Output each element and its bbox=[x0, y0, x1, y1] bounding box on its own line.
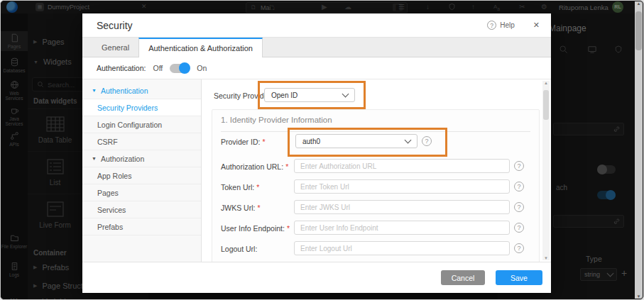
nav-item-login-configuration[interactable]: Login Configuration bbox=[82, 116, 201, 133]
help-button[interactable]: ? Help bbox=[487, 21, 515, 30]
provider-form: Security Provider: Open ID 1. Identity P… bbox=[202, 79, 551, 262]
tab-authentication-authorization[interactable]: Authentication & Authorization bbox=[138, 38, 263, 57]
authorization-url-label: Authorization URL:* bbox=[221, 162, 288, 171]
required-asterisk: * bbox=[257, 204, 260, 212]
logout-url-input[interactable] bbox=[294, 241, 510, 255]
authorization-url-help-icon[interactable]: ? bbox=[514, 161, 524, 171]
token-url-help-icon[interactable]: ? bbox=[514, 182, 524, 191]
help-label: Help bbox=[500, 21, 515, 29]
scroll-up-icon[interactable]: ▲ bbox=[637, 1, 641, 6]
user-info-endpoint-label: User Info Endpoint:* bbox=[221, 224, 290, 233]
required-asterisk: * bbox=[287, 224, 290, 233]
nav-group-authentication[interactable]: ▼ Authentication bbox=[82, 82, 201, 99]
jwks-url-input[interactable] bbox=[294, 200, 510, 214]
nav-group-authorization[interactable]: ▼ Authorization bbox=[82, 150, 201, 167]
security-nav: ▼ Authentication Security Providers Logi… bbox=[82, 79, 202, 262]
caret-down-icon: ▼ bbox=[92, 156, 97, 161]
dialog-title: Security bbox=[97, 20, 133, 31]
dialog-tabs: General Authentication & Authorization bbox=[82, 38, 551, 57]
page-scrollbar[interactable]: ▲ ▼ bbox=[635, 1, 643, 299]
authorization-url-input[interactable] bbox=[294, 159, 510, 173]
nav-label: Authentication bbox=[101, 87, 148, 95]
jwks-url-label: JWKS Url:* bbox=[221, 204, 261, 212]
scrollbar-thumb[interactable] bbox=[543, 90, 549, 120]
nav-item-app-roles[interactable]: App Roles bbox=[82, 167, 201, 184]
save-button[interactable]: Save bbox=[496, 270, 542, 285]
tab-general[interactable]: General bbox=[92, 38, 138, 57]
nav-item-security-providers[interactable]: Security Providers bbox=[82, 99, 201, 116]
required-asterisk: * bbox=[256, 183, 259, 191]
provider-id-label: Provider ID:* bbox=[221, 138, 266, 146]
cancel-button[interactable]: Cancel bbox=[441, 270, 485, 285]
dialog-header: Security ? Help ✕ bbox=[82, 13, 551, 38]
required-asterisk: * bbox=[285, 162, 288, 171]
form-scrollbar[interactable]: ▲ ▼ bbox=[542, 81, 550, 260]
nav-item-csrf[interactable]: CSRF bbox=[82, 133, 201, 150]
logout-url-help-icon[interactable]: ? bbox=[514, 243, 524, 253]
section-title: 1. Identity Provider Information bbox=[221, 116, 332, 124]
close-icon[interactable]: ✕ bbox=[533, 21, 540, 30]
scroll-down-icon[interactable]: ▼ bbox=[544, 256, 548, 260]
nav-label: Authorization bbox=[101, 155, 144, 163]
token-url-input[interactable] bbox=[294, 179, 510, 194]
app-screen: ▦ DummyProject ✕ 🗋 Main ▐▌ ▶ ▶ ☁ ☰ ↓ ↑ A… bbox=[0, 0, 644, 300]
caret-down-icon: ▼ bbox=[92, 88, 97, 93]
toggle-on-label: On bbox=[197, 64, 207, 72]
token-url-label: Token Url:* bbox=[221, 183, 259, 191]
annotation-security-provider bbox=[258, 81, 366, 109]
help-circle-icon: ? bbox=[487, 21, 496, 30]
annotation-provider-id bbox=[288, 128, 447, 157]
jwks-url-help-icon[interactable]: ? bbox=[514, 202, 524, 212]
dialog-footer: Cancel Save bbox=[82, 262, 551, 293]
scrollbar-thumb[interactable] bbox=[635, 11, 642, 50]
authentication-label: Authentication: bbox=[97, 64, 146, 72]
scroll-up-icon[interactable]: ▲ bbox=[544, 81, 548, 85]
user-info-endpoint-input[interactable] bbox=[294, 221, 510, 235]
nav-item-prefabs[interactable]: Prefabs bbox=[82, 218, 201, 235]
user-info-endpoint-help-icon[interactable]: ? bbox=[514, 223, 524, 233]
authentication-toggle-row: Authentication: Off On bbox=[82, 57, 551, 79]
nav-item-pages[interactable]: Pages bbox=[82, 184, 201, 201]
required-asterisk: * bbox=[262, 138, 265, 146]
logout-url-label: Logout Url: bbox=[221, 245, 259, 253]
toggle-off-label: Off bbox=[153, 64, 163, 72]
authentication-toggle[interactable] bbox=[170, 64, 190, 73]
nav-item-services[interactable]: Services bbox=[82, 201, 201, 218]
scroll-down-icon[interactable]: ▼ bbox=[637, 294, 641, 299]
